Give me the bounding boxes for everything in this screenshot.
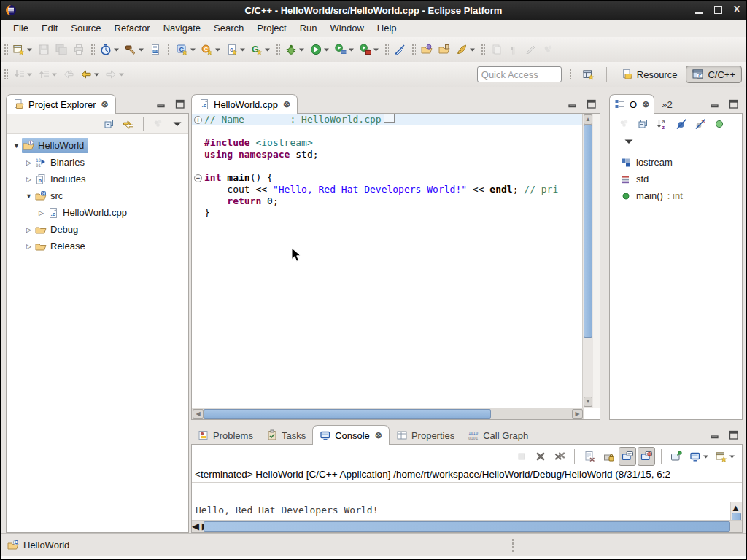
- scroll-up-icon[interactable]: ▲: [584, 114, 592, 125]
- mark-occurrences-button[interactable]: [391, 41, 409, 58]
- tree-item-binaries[interactable]: ▷1001Binaries: [7, 154, 188, 171]
- folded-region-icon[interactable]: [384, 114, 395, 122]
- close-tab-icon[interactable]: ⊗: [283, 99, 290, 109]
- console-vertical-scrollbar[interactable]: ▲ ▼: [730, 502, 742, 521]
- binary-file-button[interactable]: 010: [147, 41, 164, 58]
- scroll-lock-button[interactable]: [600, 448, 617, 465]
- new-cpp-class-button[interactable]: C: [198, 41, 223, 58]
- fold-gutter[interactable]: [192, 137, 204, 149]
- console-output[interactable]: Hello, Red Hat Developers World!: [192, 502, 731, 521]
- view-menu-button[interactable]: [620, 133, 638, 150]
- new-c-file-button[interactable]: c: [223, 41, 248, 58]
- minimize-button[interactable]: [694, 5, 704, 14]
- fold-expand-icon[interactable]: +: [194, 116, 202, 124]
- view-menu-button[interactable]: [169, 115, 186, 133]
- code-editor[interactable]: +// Name : HelloWorld.cpp#include <iostr…: [192, 114, 584, 408]
- fold-gutter[interactable]: [192, 195, 204, 207]
- maximize-view-icon[interactable]: [174, 98, 186, 110]
- tab-tasks[interactable]: Tasks: [260, 426, 312, 445]
- close-tab-icon[interactable]: ⊗: [375, 430, 382, 440]
- new-text-pen-button[interactable]: [453, 41, 478, 58]
- sort-az-button[interactable]: az: [654, 115, 671, 133]
- run-config-button[interactable]: [332, 41, 357, 58]
- dropdown-arrow-icon[interactable]: [190, 44, 196, 55]
- remove-launch-button[interactable]: [532, 448, 549, 465]
- fold-gutter[interactable]: [192, 207, 204, 219]
- collapse-all-button[interactable]: [101, 115, 118, 133]
- scroll-left-icon[interactable]: ◀: [192, 521, 199, 532]
- tab-properties[interactable]: Properties: [390, 426, 461, 445]
- tree-item-helloworld-cpp[interactable]: ▷.cHelloWorld.cpp: [7, 204, 188, 221]
- outline-item-std[interactable]: std: [610, 171, 742, 187]
- dropdown-arrow-icon[interactable]: [349, 44, 354, 55]
- scroll-left-icon[interactable]: ◀: [193, 409, 204, 419]
- dropdown-arrow-icon[interactable]: [119, 69, 124, 79]
- menu-search[interactable]: Search: [207, 20, 250, 37]
- maximize-view-icon[interactable]: [728, 429, 740, 441]
- remove-all-terminated-button[interactable]: [551, 448, 568, 465]
- menu-help[interactable]: Help: [371, 20, 403, 37]
- collapse-arrow-icon[interactable]: ▼: [11, 142, 22, 149]
- menu-refactor[interactable]: Refactor: [108, 20, 157, 37]
- dropdown-arrow-icon[interactable]: [299, 44, 304, 55]
- perspective-c-c-[interactable]: CC/C++: [686, 66, 742, 83]
- dropdown-arrow-icon[interactable]: [215, 44, 220, 55]
- dropdown-arrow-icon[interactable]: [374, 44, 379, 55]
- outline-item-iostream[interactable]: iostream: [610, 154, 742, 171]
- maximize-view-icon[interactable]: [586, 98, 597, 110]
- fold-collapse-icon[interactable]: −: [194, 174, 202, 182]
- menu-project[interactable]: Project: [250, 20, 293, 37]
- dropdown-arrow-icon[interactable]: [265, 44, 270, 55]
- tab-project-explorer[interactable]: Project Explorer ⊗: [6, 94, 116, 114]
- fold-gutter[interactable]: [192, 160, 204, 172]
- minimize-view-icon[interactable]: [709, 98, 721, 110]
- scrollbar-thumb[interactable]: [204, 409, 491, 419]
- menu-navigate[interactable]: Navigate: [157, 20, 207, 37]
- tab-outline[interactable]: O ⊗: [609, 94, 654, 114]
- perspective-resource[interactable]: Resource: [616, 66, 684, 82]
- minimize-view-icon[interactable]: [709, 429, 721, 441]
- dropdown-arrow-icon[interactable]: [240, 44, 245, 55]
- menu-edit[interactable]: Edit: [35, 20, 64, 37]
- collapse-arrow-icon[interactable]: ▼: [23, 192, 34, 200]
- dropdown-arrow-icon[interactable]: [139, 44, 144, 55]
- expand-arrow-icon[interactable]: ▷: [23, 243, 34, 250]
- fold-gutter[interactable]: [192, 184, 204, 195]
- dropdown-arrow-icon[interactable]: [27, 69, 32, 79]
- hide-static-button[interactable]: S: [692, 115, 709, 133]
- menu-window[interactable]: Window: [324, 20, 371, 37]
- scroll-down-icon[interactable]: ▼: [584, 397, 592, 407]
- open-console-button[interactable]: [713, 448, 738, 465]
- tab-problems[interactable]: Problems: [191, 426, 260, 445]
- view-stack-badge[interactable]: »2: [662, 99, 672, 114]
- minimize-view-icon[interactable]: [567, 98, 578, 110]
- menu-source[interactable]: Source: [64, 20, 107, 37]
- close-tab-icon[interactable]: ⊗: [642, 99, 649, 109]
- back-button[interactable]: [77, 66, 102, 83]
- hide-non-public-button[interactable]: [711, 115, 728, 133]
- tree-item-release[interactable]: ▷Release: [7, 238, 188, 254]
- maximize-button[interactable]: [713, 5, 723, 14]
- minimize-view-icon[interactable]: [155, 98, 167, 110]
- scrollbar-thumb[interactable]: [204, 521, 730, 532]
- open-resource-folder-button[interactable]: [436, 41, 453, 58]
- close-tab-icon[interactable]: ⊗: [101, 99, 108, 109]
- dropdown-arrow-icon[interactable]: [470, 44, 475, 55]
- editor-horizontal-scrollbar[interactable]: ◀ ▶: [192, 408, 584, 419]
- expand-arrow-icon[interactable]: ▷: [36, 209, 47, 217]
- collapse-all-button[interactable]: [635, 115, 652, 133]
- console-horizontal-scrollbar[interactable]: ◀ ▶: [192, 520, 742, 532]
- fold-gutter[interactable]: −: [192, 172, 204, 184]
- tree-item-helloworld[interactable]: ▼CHelloWorld: [7, 137, 188, 154]
- tree-item-src[interactable]: ▼Csrc: [7, 187, 188, 204]
- scroll-right-icon[interactable]: ▶: [572, 409, 583, 419]
- pin-console-button[interactable]: [667, 448, 685, 465]
- fold-gutter[interactable]: +: [192, 114, 204, 125]
- new-g-element-button[interactable]: G: [248, 41, 273, 58]
- link-with-editor-button[interactable]: [120, 115, 137, 133]
- new-c-project-button[interactable]: C: [174, 41, 198, 58]
- dropdown-arrow-icon[interactable]: [27, 44, 32, 55]
- editor-vertical-scrollbar[interactable]: ▲ ▼: [582, 114, 593, 408]
- run-button[interactable]: [307, 41, 332, 58]
- new-wizard-button[interactable]: [10, 41, 35, 58]
